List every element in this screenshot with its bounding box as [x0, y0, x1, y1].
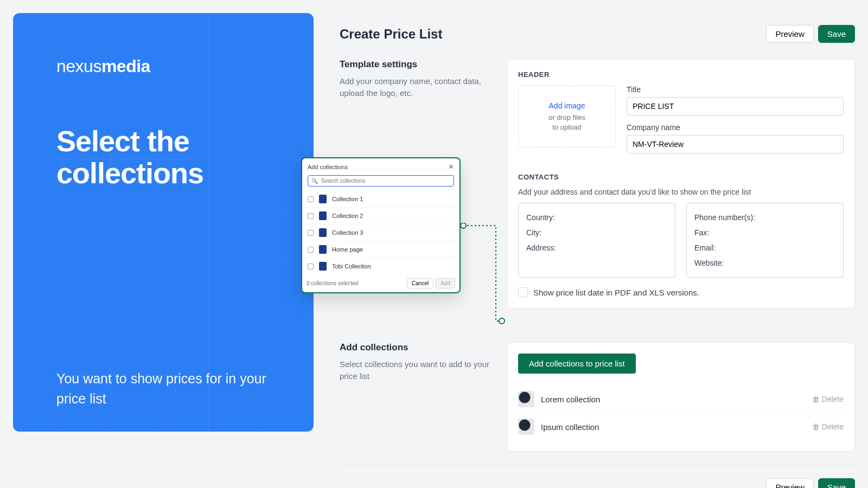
company-label: Company name [627, 123, 844, 132]
close-icon[interactable]: ✕ [448, 163, 454, 171]
preview-button-bottom[interactable]: Preview [766, 478, 813, 488]
contacts-address-box[interactable]: Country: City: Address: [518, 203, 675, 278]
collection-name: Ipsum collection [541, 422, 806, 432]
contacts-section-subtitle: Add your address and contact data you'd … [518, 188, 844, 196]
title-input[interactable] [627, 97, 844, 115]
contacts-comm-box[interactable]: Phone number(s): Fax: Email: Website: [686, 203, 844, 278]
page-title: Create Price List [340, 27, 442, 42]
list-item: Collection 3 [302, 224, 459, 241]
preview-button[interactable]: Preview [766, 25, 813, 43]
list-item: Collection 1 [302, 191, 459, 208]
contacts-section-title: CONTACTS [518, 173, 844, 181]
promo-panel: nexusmedia Select the collections You wa… [13, 13, 314, 432]
checkbox[interactable] [308, 196, 314, 202]
collection-thumbnail [319, 262, 327, 271]
cancel-button[interactable]: Cancel [407, 278, 433, 288]
list-item: Home page [302, 241, 459, 258]
company-input[interactable] [627, 135, 844, 153]
search-input-wrapper[interactable]: 🔍 [308, 175, 454, 187]
list-item: Ipsum collection 🗑 Delete [518, 413, 844, 440]
show-date-label: Show price list date in PDF and XLS vers… [533, 288, 699, 297]
collection-thumbnail [319, 228, 327, 237]
title-label: Title [627, 85, 844, 94]
save-button[interactable]: Save [818, 25, 855, 43]
delete-button[interactable]: 🗑 Delete [812, 395, 844, 403]
show-date-checkbox[interactable] [518, 287, 528, 297]
list-item: Lorem collection 🗑 Delete [518, 386, 844, 413]
list-item: Tobi Collection [302, 258, 459, 274]
selection-count: 0 collections selected [307, 280, 358, 286]
collection-name: Lorem collection [541, 395, 806, 404]
add-button[interactable]: Add [436, 278, 455, 288]
collection-thumbnail [518, 391, 534, 407]
template-settings-heading: Template settings [340, 59, 492, 70]
add-image-link[interactable]: Add image [549, 101, 585, 111]
promo-subtitle: You want to show prices for in your pric… [56, 369, 270, 409]
checkbox[interactable] [308, 230, 314, 236]
header-section-title: HEADER [518, 70, 844, 79]
search-input[interactable] [321, 178, 450, 184]
delete-button[interactable]: 🗑 Delete [812, 422, 844, 431]
collection-thumbnail [319, 245, 327, 254]
add-collections-description: Select collections you want to add to yo… [340, 358, 492, 382]
save-button-bottom[interactable]: Save [818, 478, 855, 488]
collection-thumbnail [319, 211, 327, 220]
template-settings-description: Add your company name, contact data, upl… [340, 75, 492, 99]
add-collections-button[interactable]: Add collections to price list [518, 354, 636, 374]
promo-title: Select the collections [56, 125, 270, 190]
collection-thumbnail [319, 195, 327, 203]
checkbox[interactable] [308, 264, 314, 269]
list-item: Collection 2 [302, 208, 459, 224]
trash-icon: 🗑 [812, 395, 820, 403]
add-collections-modal: Add collections ✕ 🔍 Collection 1 Collect… [301, 157, 461, 293]
brand-logo: nexusmedia [56, 56, 270, 76]
add-collections-heading: Add collections [340, 342, 492, 353]
collection-thumbnail [518, 419, 534, 435]
trash-icon: 🗑 [812, 422, 820, 431]
checkbox[interactable] [308, 247, 314, 253]
modal-title: Add collections [308, 164, 348, 170]
checkbox[interactable] [308, 213, 314, 219]
search-icon: 🔍 [311, 178, 318, 184]
image-upload-dropzone[interactable]: Add image or drop files to upload [518, 85, 616, 147]
